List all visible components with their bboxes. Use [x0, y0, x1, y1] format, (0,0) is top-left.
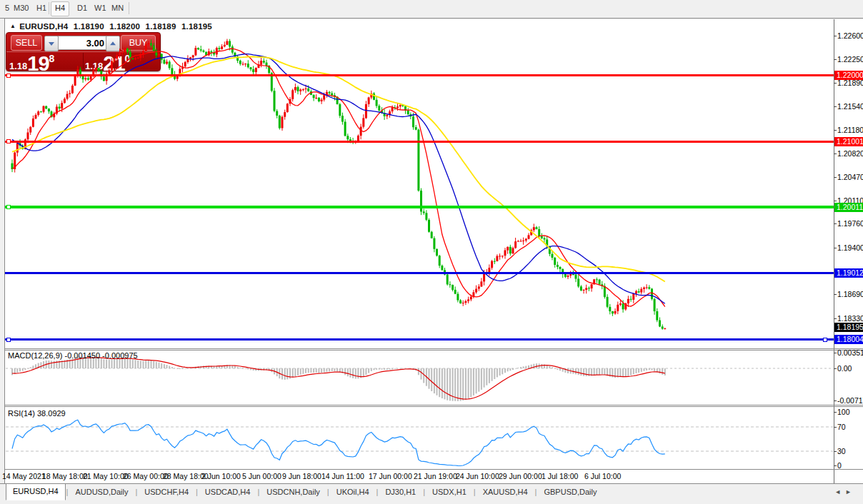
- rsi-axis-tick: 70: [837, 423, 846, 431]
- window-border-top: [0, 18, 863, 19]
- price-axis-tick-mark: [834, 59, 837, 60]
- ma-55-line: [12, 56, 665, 281]
- price-axis-tick-mark: [834, 201, 837, 201]
- panel-separator: [5, 406, 863, 407]
- level-line-handle[interactable]: [6, 74, 11, 78]
- price-axis-tick-mark: [834, 83, 837, 84]
- level-line-handle[interactable]: [823, 338, 827, 342]
- chart-tab-usdx[interactable]: USDX,H1: [426, 485, 473, 500]
- price-axis-badge-1.19012: 1.19012: [834, 268, 863, 278]
- macd-axis-tick-mark: [834, 368, 837, 369]
- time-axis-label: 21 Jun 19:00: [414, 472, 457, 480]
- panel-separator: [5, 350, 863, 351]
- timeframe-button-d1[interactable]: D1: [74, 1, 91, 15]
- time-axis-separator: [5, 469, 863, 470]
- chart-tab-usdchf[interactable]: USDCHF,H4: [138, 485, 195, 500]
- toolbar-separator: [49, 2, 49, 14]
- chart-tab-usdcad[interactable]: USDCAD,H4: [199, 485, 257, 500]
- chart-tab-eurusd[interactable]: EURUSD,H4: [6, 483, 66, 500]
- rsi-panel[interactable]: [5, 407, 834, 469]
- price-axis-tick: 1.21540: [837, 102, 863, 111]
- price-axis-tick-mark: [834, 153, 837, 154]
- time-axis-label: 17 Jun 00:00: [369, 472, 412, 480]
- price-axis-tick-mark: [834, 177, 837, 178]
- chart-tab-ukoil[interactable]: UKOil,H4: [330, 485, 376, 500]
- ma-10-line: [12, 49, 665, 306]
- chart-tab-gbpusd[interactable]: GBPUSD,Daily: [537, 485, 603, 500]
- panel-separator[interactable]: [5, 405, 863, 405]
- time-axis-label: 14 May 2021: [2, 472, 46, 480]
- price-axis-tick: 1.19400: [837, 243, 863, 252]
- rsi-axis-tick: 0: [837, 461, 842, 470]
- price-axis-tick-mark: [834, 248, 837, 248]
- ma-25-line: [12, 54, 665, 304]
- level-line-handle[interactable]: [6, 338, 11, 342]
- level-line-1.21001[interactable]: [5, 141, 834, 143]
- price-axis-badge-1.18004: 1.18004: [834, 335, 863, 344]
- candlesticks: [11, 39, 667, 330]
- price-axis-tick-mark: [834, 223, 837, 224]
- time-axis-label: 24 Jun 10:00: [456, 472, 499, 480]
- timeframe-button-m30[interactable]: M30: [10, 1, 32, 15]
- chart-tab-usdcnh[interactable]: USDCNH,Daily: [260, 485, 326, 500]
- chart-tab-dj30[interactable]: DJ30,H1: [379, 485, 422, 500]
- time-axis-label: 5 Jun 00:00: [242, 472, 281, 480]
- time-axis-label: 2 Jun 10:00: [201, 472, 241, 480]
- tab-scroll-left-icon: ◄: [834, 488, 845, 495]
- level-line-handle[interactable]: [6, 139, 11, 143]
- price-axis-tick-mark: [834, 294, 837, 295]
- price-axis-tick-mark: [834, 318, 837, 319]
- level-line-1.19012[interactable]: [5, 272, 834, 274]
- macd-axis-tick: 0.00: [837, 364, 852, 373]
- time-axis-label: 1 Jul 18:00: [542, 472, 578, 480]
- macd-axis-tick-mark: [834, 400, 837, 401]
- time-axis-label: 29 Jun 00:00: [499, 472, 542, 480]
- chart-tab-audusd[interactable]: AUDUSD,Daily: [69, 485, 134, 500]
- price-axis-tick: 1.20470: [837, 173, 863, 181]
- level-line-1.22000[interactable]: [5, 74, 834, 76]
- price-axis-tick-mark: [834, 36, 837, 36]
- macd-axis-tick-mark: [834, 353, 837, 353]
- macd-label: MACD(12,26,9) -0.001450 -0.000975: [8, 351, 138, 360]
- main-price-chart[interactable]: [5, 19, 834, 348]
- timeframe-toolbar: 5M30H1H4D1W1MN: [0, 0, 863, 18]
- time-axis-label: 6 Jul 10:00: [584, 472, 621, 480]
- chart-tab-xauusd[interactable]: XAUUSD,H4: [477, 485, 534, 500]
- rsi-axis-tick-mark: [834, 412, 837, 413]
- price-axis-tick: 1.22600: [837, 31, 863, 40]
- macd-signal-line: [12, 358, 665, 399]
- timeframe-button-h4[interactable]: H4: [51, 1, 69, 16]
- time-axis-label: 26 May 00:00: [123, 472, 169, 480]
- time-axis-label: 9 Jun 18:00: [282, 472, 321, 480]
- toolbar-separator: [129, 2, 129, 14]
- time-axis-label: 14 Jun 11:00: [321, 472, 364, 480]
- macd-axis-tick: -0.007175: [837, 396, 863, 405]
- price-axis-tick-mark: [834, 130, 837, 131]
- level-line-handle[interactable]: [6, 205, 11, 209]
- chart-tab-bar: EURUSD,H4|AUDUSD,Daily|USDCHF,H4|USDCAD,…: [6, 484, 603, 500]
- rsi-axis-tick: 30: [837, 447, 846, 455]
- price-axis-tick-mark: [834, 106, 837, 107]
- price-axis-badge-1.20011: 1.20011: [834, 203, 863, 212]
- rsi-axis-tick-mark: [834, 427, 837, 428]
- rsi-label: RSI(14) 38.0929: [8, 409, 66, 418]
- panel-separator[interactable]: [5, 348, 863, 349]
- price-axis-tick: 1.18330: [837, 314, 863, 323]
- level-line-1.20011[interactable]: [5, 206, 834, 208]
- price-axis-tick: 1.21180: [837, 126, 863, 134]
- mt4-terminal-window: 5M30H1H4D1W1MN ▲EURUSD,H4 1.18190 1.1820…: [0, 0, 863, 504]
- time-axis-label: 21 May 10:00: [83, 472, 129, 480]
- price-axis-badge-1.22000: 1.22000: [834, 71, 863, 80]
- timeframe-button-h1[interactable]: H1: [33, 1, 50, 15]
- price-axis-separator: [834, 19, 834, 483]
- price-axis-badge-1.21001: 1.21001: [834, 137, 863, 146]
- timeframe-button-w1[interactable]: W1: [91, 1, 110, 15]
- price-axis-tick: 1.20820: [837, 149, 863, 158]
- rsi-axis-tick-mark: [834, 465, 837, 466]
- level-line-1.18004[interactable]: [5, 338, 834, 341]
- price-axis-tick: 1.18690: [837, 290, 863, 298]
- rsi-axis-tick-mark: [834, 451, 837, 452]
- price-axis-tick: 1.22250: [837, 55, 863, 64]
- timeframe-button-mn[interactable]: MN: [108, 1, 127, 15]
- tab-scroll-arrows[interactable]: ◄►: [834, 488, 856, 495]
